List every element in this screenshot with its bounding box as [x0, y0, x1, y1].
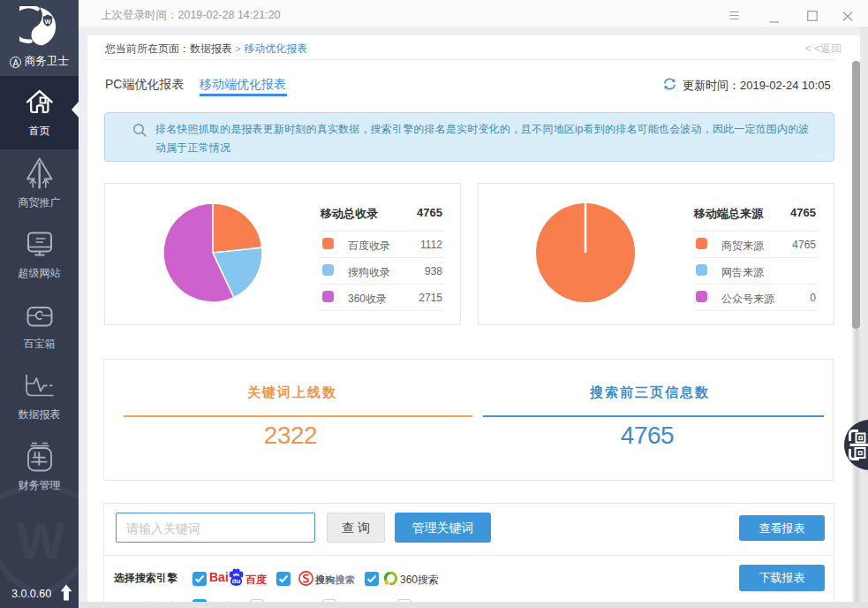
svg-text:W: W — [17, 512, 65, 569]
svg-text:W: W — [45, 18, 52, 26]
svg-text:du: du — [232, 577, 241, 585]
